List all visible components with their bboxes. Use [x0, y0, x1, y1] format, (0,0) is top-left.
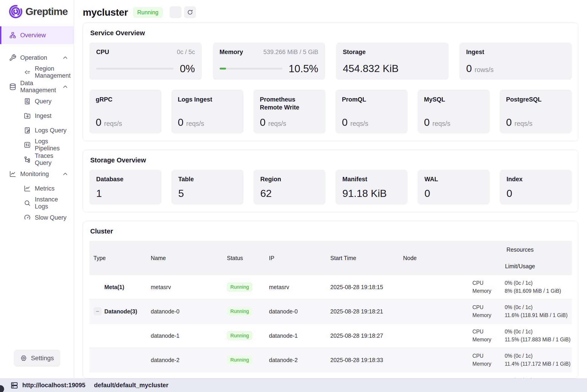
sidebar-item-metrics[interactable]: Metrics	[0, 181, 74, 196]
protocol-value: 0	[506, 117, 512, 128]
sidebar-item-logs-query[interactable]: Logs Query	[0, 123, 74, 138]
row-start-time: 2025-08-28 19:18:15	[326, 284, 399, 290]
sidebar-item-query[interactable]: Query	[0, 94, 74, 108]
protocol-label: Prometheus Remote Write	[260, 96, 319, 112]
sidebar-item-operation[interactable]: Operation	[0, 50, 74, 65]
row-name: datanode-2	[147, 357, 223, 364]
protocol-unit: reqs/s	[350, 120, 368, 128]
sidebar-item-label: Monitoring	[20, 170, 49, 178]
protocol-value: 0	[260, 117, 265, 128]
protocol-value: 0	[342, 117, 348, 128]
col-start-time: Start Time	[326, 241, 399, 275]
protocol-value: 0	[424, 117, 430, 128]
res-memory-label: Memory	[472, 288, 505, 294]
memory-label: Memory	[220, 48, 243, 56]
res-cpu-value: 0% (0c / 1c)	[505, 353, 572, 359]
logs-ingest-card: Logs Ingest 0reqs/s	[171, 90, 243, 133]
storage-overview-section: Storage Overview Database 1 Table 5 Regi…	[83, 150, 578, 212]
sidebar-item-label: Data Management	[20, 80, 58, 94]
res-memory-value: 8% (81.609 MiB / 1 GiB)	[505, 288, 572, 294]
col-name: Name	[147, 241, 223, 275]
main-content: mycluster Running Service Overview CPU 0…	[74, 0, 587, 378]
sidebar-item-monitoring[interactable]: Monitoring	[0, 167, 74, 181]
res-cpu-label: CPU	[472, 353, 505, 359]
chevron-up-icon[interactable]	[62, 54, 69, 61]
service-metric-row: CPU 0c / 5c 0% Memory 539.266 MiB / 5 Gi…	[89, 43, 572, 80]
sidebar-item-region-management[interactable]: Region Management	[0, 65, 74, 80]
table-row: Meta(1) metasrv Running metasrv 2025-08-…	[89, 275, 572, 299]
protocol-label: PromQL	[342, 96, 401, 104]
storage-metric-label: Manifest	[342, 176, 401, 183]
promql-card: PromQL 0reqs/s	[336, 90, 408, 133]
res-memory-value: 11.6% (118.91 MiB / 1 GiB)	[505, 312, 572, 318]
res-cpu-label: CPU	[472, 280, 505, 286]
sidebar-footer: Settings	[0, 350, 74, 378]
row-start-time: 2025-08-28 19:18:21	[326, 308, 399, 315]
memory-progress-fill	[220, 68, 226, 70]
storage-metric-value: 91.18 KiB	[342, 188, 401, 198]
memory-progress-bar	[220, 68, 282, 70]
sidebar-item-label: Query	[35, 98, 52, 105]
protocol-unit: reqs/s	[104, 120, 122, 128]
sidebar-item-label: Logs Pipelines	[35, 138, 69, 152]
cpu-percent: 0%	[180, 63, 195, 74]
sidebar-item-traces-query[interactable]: Traces Query	[0, 152, 74, 167]
header-actions	[170, 6, 196, 18]
res-memory-label: Memory	[472, 361, 505, 367]
section-title: Service Overview	[90, 29, 572, 37]
row-name: metasrv	[147, 284, 223, 290]
brand-name: Greptime	[26, 6, 68, 18]
brand-logo[interactable]: Greptime	[0, 0, 74, 26]
cpu-label: CPU	[96, 48, 109, 56]
ingest-card: Ingest 0 rows/s	[459, 43, 572, 80]
search-icon	[24, 200, 31, 207]
sidebar-item-label: Metrics	[35, 185, 55, 192]
row-resources: CPU0% (0c / 1c) Memory8% (81.609 MiB / 1…	[468, 276, 572, 299]
file-edit-icon	[24, 127, 31, 134]
settings-label: Settings	[31, 354, 54, 362]
collapse-group-button[interactable]	[93, 307, 102, 316]
sidebar-item-logs-pipelines[interactable]: Logs Pipelines	[0, 138, 74, 152]
database-icon	[9, 83, 16, 90]
row-start-time: 2025-08-28 19:18:27	[326, 332, 399, 339]
row-name: datanode-1	[147, 332, 223, 339]
settings-button[interactable]: Settings	[14, 350, 60, 366]
server-icon	[11, 382, 18, 389]
header-action-button[interactable]	[170, 6, 181, 18]
col-ip: IP	[265, 241, 326, 275]
ingest-value: 0	[466, 63, 472, 74]
table-row: Frontend(1) frontend-0 Running frontend-…	[89, 372, 572, 378]
res-memory-value: 11.4% (117.172 MiB / 1 GiB)	[505, 361, 572, 367]
memory-card: Memory 539.266 MiB / 5 GiB 10.5%	[213, 43, 325, 80]
sidebar-item-ingest[interactable]: Ingest	[0, 108, 74, 123]
storage-metric-value: 5	[178, 188, 237, 198]
minus-icon	[95, 309, 100, 314]
mysql-card: MySQL 0reqs/s	[418, 90, 490, 133]
sidebar-item-data-management[interactable]: Data Management	[0, 80, 74, 94]
refresh-button[interactable]	[184, 6, 196, 18]
section-title: Cluster	[90, 228, 572, 235]
col-type: Type	[89, 241, 147, 275]
protocol-label: MySQL	[424, 96, 483, 104]
storage-value: 454.832 KiB	[343, 63, 399, 74]
sidebar-item-label: Instance Logs	[35, 196, 69, 210]
sidebar-item-instance-logs[interactable]: Instance Logs	[0, 196, 74, 210]
memory-limit: 539.266 MiB / 5 GiB	[263, 48, 318, 56]
region-card: Region 62	[253, 170, 326, 204]
index-card: Index 0	[500, 170, 572, 204]
res-cpu-value: 0% (0c / 1c)	[505, 304, 572, 310]
row-ip: datanode-0	[265, 308, 326, 315]
res-cpu-value: 0% (0c / 1c)	[505, 329, 572, 335]
sidebar-item-slow-query[interactable]: Slow Query	[0, 210, 74, 225]
sidebar-item-overview[interactable]: Overview	[0, 26, 74, 44]
res-memory-label: Memory	[472, 312, 505, 318]
chevron-up-icon[interactable]	[62, 170, 69, 178]
postgresql-card: PostgreSQL 0reqs/s	[500, 90, 572, 133]
protocol-label: Logs Ingest	[178, 96, 237, 104]
wal-card: WAL 0	[418, 170, 490, 204]
protocol-label: PostgreSQL	[506, 96, 565, 104]
storage-metric-value: 0	[506, 188, 565, 198]
row-status-badge: Running	[227, 282, 252, 292]
trace-tree-icon	[24, 156, 31, 163]
chevron-up-icon[interactable]	[62, 83, 69, 90]
